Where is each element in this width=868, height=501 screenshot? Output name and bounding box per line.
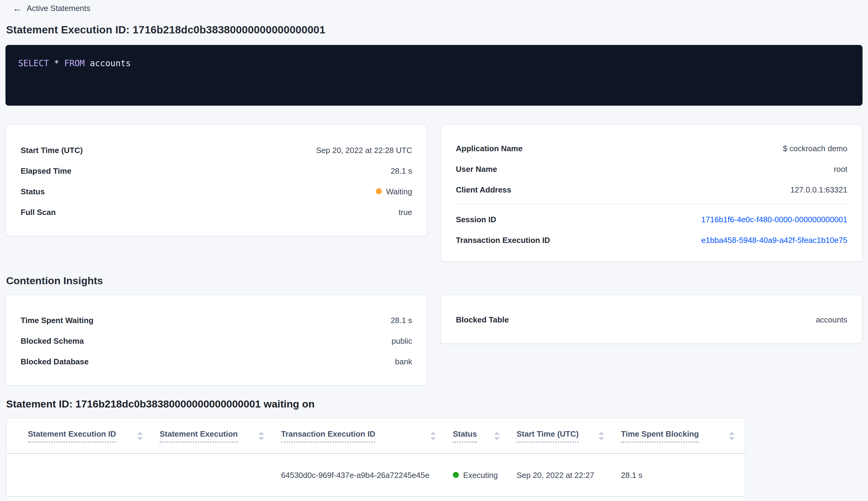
sort-icon (137, 431, 143, 440)
status-label: Status (21, 187, 45, 196)
elapsed-time-row: Elapsed Time 28.1 s (21, 160, 412, 181)
column-header-time-spent-blocking[interactable]: Time Spent Blocking (621, 429, 738, 443)
application-name-value: $ cockroach demo (783, 143, 847, 153)
client-address-label: Client Address (456, 185, 511, 194)
start-time-value: Sep 20, 2022 at 22:28 UTC (316, 146, 412, 154)
execution-details-card: Start Time (UTC) Sep 20, 2022 at 22:28 U… (6, 125, 427, 236)
elapsed-time-value: 28.1 s (391, 166, 412, 175)
user-name-value: root (834, 164, 847, 173)
user-name-label: User Name (456, 164, 497, 173)
back-to-active-statements-link[interactable]: ← Active Statements (13, 4, 90, 13)
overview-cards-row: Start Time (UTC) Sep 20, 2022 at 22:28 U… (6, 125, 868, 262)
session-details-card: Application Name $ cockroach demo User N… (441, 125, 862, 262)
time-spent-waiting-value: 28.1 s (391, 316, 412, 324)
sql-table-name: accounts (90, 58, 131, 68)
column-header-transaction-execution-id[interactable]: Transaction Execution ID (281, 429, 453, 443)
status-text: Waiting (386, 187, 412, 196)
status-waiting-dot-icon (376, 188, 382, 194)
status-row: Status Waiting (21, 181, 412, 202)
contention-details-card: Time Spent Waiting 28.1 s Blocked Schema… (6, 295, 427, 386)
column-header-label: Transaction Execution ID (281, 429, 376, 443)
contention-cards-row: Time Spent Waiting 28.1 s Blocked Schema… (6, 295, 868, 386)
waiting-statements-table: Statement Execution ID Statement Executi… (6, 418, 745, 501)
column-header-statement-execution-id[interactable]: Statement Execution ID (28, 429, 160, 443)
column-header-start-time[interactable]: Start Time (UTC) (517, 429, 621, 443)
sort-icon (430, 431, 436, 440)
cell-status-text: Executing (463, 470, 498, 479)
back-link-label: Active Statements (27, 4, 90, 13)
transaction-execution-id-link[interactable]: e1bba458-5948-40a9-a42f-5feac1b10e75 (701, 235, 847, 244)
time-spent-waiting-label: Time Spent Waiting (21, 316, 94, 324)
blocked-table-card: Blocked Table accounts (441, 295, 862, 344)
sort-icon (259, 431, 264, 440)
status-value: Waiting (376, 187, 412, 196)
status-executing-dot-icon (453, 472, 459, 478)
column-header-label: Statement Execution (160, 429, 238, 443)
start-time-row: Start Time (UTC) Sep 20, 2022 at 22:28 U… (21, 140, 412, 160)
column-header-label: Start Time (UTC) (517, 429, 579, 443)
sql-keyword-select: SELECT (18, 58, 49, 68)
time-spent-waiting-row: Time Spent Waiting 28.1 s (21, 310, 412, 330)
session-id-row: Session ID 1716b1f6-4e0c-f480-0000-00000… (456, 209, 847, 230)
waiting-table-header-row: Statement Execution ID Statement Executi… (7, 418, 745, 454)
application-name-label: Application Name (456, 143, 523, 153)
blocked-table-value: accounts (816, 315, 847, 324)
cell-status: Executing (453, 470, 517, 479)
start-time-label: Start Time (UTC) (21, 146, 83, 154)
column-header-statement-execution[interactable]: Statement Execution (160, 429, 281, 443)
blocked-schema-label: Blocked Schema (21, 336, 84, 345)
session-card-divider (456, 204, 847, 205)
blocked-table-row: Blocked Table accounts (456, 309, 847, 330)
client-address-value: 127.0.0.1:63321 (790, 185, 847, 194)
statement-execution-details-page: ← Active Statements Statement Execution … (0, 0, 868, 501)
contention-insights-heading: Contention Insights (6, 275, 868, 287)
column-header-label: Time Spent Blocking (621, 429, 699, 443)
sql-keyword-from: FROM (64, 58, 85, 68)
blocked-database-value: bank (395, 357, 412, 366)
blocked-database-label: Blocked Database (21, 357, 89, 366)
transaction-execution-id-label: Transaction Execution ID (456, 235, 550, 244)
full-scan-label: Full Scan (21, 207, 56, 216)
application-name-row: Application Name $ cockroach demo (456, 138, 847, 159)
column-header-label: Statement Execution ID (28, 429, 116, 443)
user-name-row: User Name root (456, 159, 847, 179)
column-header-status[interactable]: Status (453, 429, 517, 443)
blocked-table-label: Blocked Table (456, 315, 509, 324)
session-id-link[interactable]: 1716b1f6-4e0c-f480-0000-000000000001 (701, 215, 847, 224)
full-scan-row: Full Scan true (21, 202, 412, 222)
waiting-on-heading: Statement ID: 1716b218dc0b38380000000000… (6, 398, 868, 411)
session-id-label: Session ID (456, 215, 496, 224)
cell-time-spent-blocking: 28.1 s (621, 470, 738, 479)
blocked-schema-value: public (391, 336, 412, 345)
sql-star: * (54, 58, 59, 68)
column-header-label: Status (453, 429, 477, 443)
cell-start-time: Sep 20, 2022 at 22:27 (517, 470, 621, 479)
full-scan-value: true (399, 207, 412, 216)
sql-statement-box: SELECT * FROM accounts (6, 45, 862, 106)
table-row: 64530d0c-969f-437e-a9b4-26a72245e45e Exe… (7, 454, 745, 497)
back-arrow-icon: ← (13, 4, 22, 13)
cell-transaction-execution-id: 64530d0c-969f-437e-a9b4-26a72245e45e (281, 470, 453, 479)
sort-icon (729, 431, 735, 440)
sort-icon (598, 431, 604, 440)
transaction-execution-id-row: Transaction Execution ID e1bba458-5948-4… (456, 230, 847, 250)
page-title: Statement Execution ID: 1716b218dc0b3838… (6, 24, 868, 36)
elapsed-time-label: Elapsed Time (21, 166, 71, 175)
blocked-schema-row: Blocked Schema public (21, 330, 412, 351)
blocked-database-row: Blocked Database bank (21, 351, 412, 372)
client-address-row: Client Address 127.0.0.1:63321 (456, 179, 847, 200)
sort-icon (494, 431, 500, 440)
